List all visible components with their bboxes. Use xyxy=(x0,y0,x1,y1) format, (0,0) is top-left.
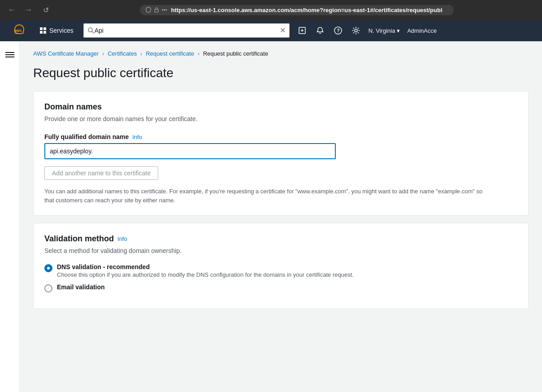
email-radio-button[interactable] xyxy=(44,284,52,292)
bookmark-button[interactable] xyxy=(293,20,311,41)
account-menu[interactable]: AdminAcce xyxy=(403,20,440,41)
fqdn-info-link[interactable]: Info xyxy=(132,134,142,140)
dns-validation-content: DNS validation - recommended Choose this… xyxy=(57,263,354,278)
validation-title-row: Validation method Info xyxy=(44,234,517,244)
gear-icon xyxy=(352,26,360,35)
help-button[interactable]: ? xyxy=(329,20,347,41)
email-validation-label: Email validation xyxy=(57,283,105,291)
services-button[interactable]: Services xyxy=(33,20,80,41)
svg-point-18 xyxy=(355,29,357,32)
validation-info-link[interactable]: Info xyxy=(117,235,127,242)
svg-point-2 xyxy=(164,9,165,11)
shield-icon xyxy=(145,7,152,13)
svg-line-12 xyxy=(92,31,94,33)
services-label: Services xyxy=(49,27,74,34)
search-input[interactable] xyxy=(95,27,280,34)
help-icon: ? xyxy=(334,26,342,35)
fqdn-label-row: Fully qualified domain name Info xyxy=(44,133,517,140)
main-content: AWS Certificate Manager › Certificates ›… xyxy=(20,41,542,392)
domain-names-title: Domain names xyxy=(44,102,517,112)
aws-logo-image: aws xyxy=(11,22,28,39)
validation-title: Validation method xyxy=(44,234,114,244)
email-validation-content: Email validation xyxy=(57,283,105,291)
validation-desc: Select a method for validating domain ow… xyxy=(44,247,517,254)
bell-icon xyxy=(316,26,324,35)
dns-validation-label: DNS validation - recommended xyxy=(57,263,354,270)
hamburger-button[interactable] xyxy=(2,47,18,63)
hamburger-icon xyxy=(5,52,14,58)
svg-rect-0 xyxy=(155,9,158,12)
breadcrumb-sep-2: › xyxy=(140,51,142,57)
svg-text:aws: aws xyxy=(14,28,22,33)
breadcrumb-acm[interactable]: AWS Certificate Manager xyxy=(33,50,99,57)
address-bar[interactable]: https://us-east-1.console.aws.amazon.com… xyxy=(140,5,454,15)
aws-nav: aws Services ✕ xyxy=(0,20,542,41)
account-label: AdminAcce xyxy=(407,27,437,34)
grid-icon xyxy=(39,27,47,34)
search-bar[interactable]: ✕ xyxy=(83,23,290,38)
settings-button[interactable] xyxy=(347,20,365,41)
breadcrumb-sep-3: › xyxy=(198,51,199,57)
back-button[interactable]: ← xyxy=(5,4,18,16)
security-icons xyxy=(145,7,168,13)
browser-chrome: ← → ↺ https://us-east-1.console.aws.a xyxy=(0,0,542,20)
breadcrumb: AWS Certificate Manager › Certificates ›… xyxy=(33,50,529,57)
svg-rect-9 xyxy=(40,31,43,34)
page-title: Request public certificate xyxy=(33,66,529,80)
domain-names-subtitle: Provide one or more domain names for you… xyxy=(44,115,517,122)
fqdn-label-text: Fully qualified domain name xyxy=(44,133,129,140)
svg-rect-7 xyxy=(40,27,43,30)
svg-point-1 xyxy=(162,9,163,11)
fqdn-input[interactable] xyxy=(44,143,336,159)
add-name-button[interactable]: Add another name to this certificate xyxy=(44,166,158,180)
svg-point-3 xyxy=(165,9,167,11)
sidebar xyxy=(0,41,20,392)
url-display: https://us-east-1.console.aws.amazon.com… xyxy=(171,7,448,13)
app-layout: AWS Certificate Manager › Certificates ›… xyxy=(0,41,542,392)
svg-text:?: ? xyxy=(337,28,339,33)
domain-names-card: Domain names Provide one or more domain … xyxy=(33,91,529,216)
dns-validation-option[interactable]: DNS validation - recommended Choose this… xyxy=(44,263,517,278)
search-clear-button[interactable]: ✕ xyxy=(280,27,286,34)
validation-method-card: Validation method Info Select a method f… xyxy=(33,223,529,309)
breadcrumb-request[interactable]: Request certificate xyxy=(146,50,194,57)
forward-button[interactable]: → xyxy=(22,4,35,16)
lock-icon xyxy=(153,7,160,13)
bell-button[interactable] xyxy=(311,20,329,41)
region-selector[interactable]: N. Virginia ▾ xyxy=(365,20,404,41)
search-icon xyxy=(87,27,95,34)
bookmark-icon xyxy=(298,26,306,35)
dns-radio-button[interactable] xyxy=(44,264,52,272)
breadcrumb-current: Request public certificate xyxy=(203,50,268,57)
helper-text: You can add additional names to this cer… xyxy=(44,187,484,205)
svg-rect-10 xyxy=(43,31,46,34)
svg-rect-8 xyxy=(43,27,46,30)
region-chevron-icon: ▾ xyxy=(397,27,400,34)
region-label: N. Virginia xyxy=(369,27,395,34)
breadcrumb-certificates[interactable]: Certificates xyxy=(108,50,137,57)
aws-logo[interactable]: aws xyxy=(5,22,33,39)
connection-icon xyxy=(161,7,168,13)
email-validation-option[interactable]: Email validation xyxy=(44,283,517,292)
dns-validation-desc: Choose this option if you are authorized… xyxy=(57,271,354,278)
breadcrumb-sep-1: › xyxy=(102,51,104,57)
refresh-button[interactable]: ↺ xyxy=(39,4,52,16)
